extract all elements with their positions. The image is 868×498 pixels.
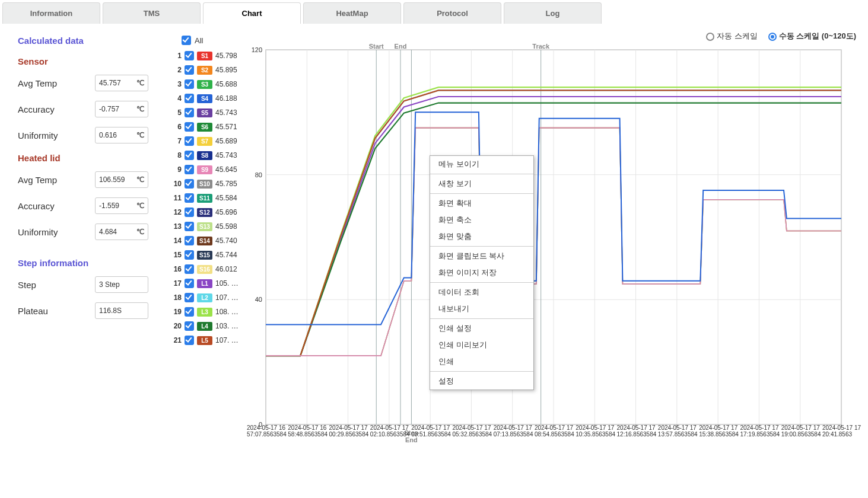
- x-tick-label: 2024-05-17 16 57:07.8563584: [247, 424, 287, 438]
- legend-item-s6[interactable]: 6S645.571: [172, 122, 243, 132]
- legend-all-label: All: [195, 36, 203, 45]
- legend-checkbox-s6[interactable]: [185, 122, 194, 132]
- legend-checkbox-s16[interactable]: [185, 264, 194, 274]
- legend-item-s16[interactable]: 16S1646.012: [172, 264, 243, 274]
- legend-checkbox-l1[interactable]: [185, 279, 194, 288]
- svg-text:Start: Start: [369, 44, 384, 50]
- context-menu-item[interactable]: 인쇄 미리보기: [430, 337, 533, 353]
- context-menu-item[interactable]: 설정: [430, 373, 533, 390]
- x-tick-label: 2024-05-17 16 58:48.8563584: [288, 424, 328, 438]
- chart-plot[interactable]: 04080120HoldStartHoldEndStepEndTrack 202…: [249, 44, 842, 459]
- lid-accuracy-field[interactable]: -1.559℃: [95, 197, 148, 214]
- x-tick-label: 2024-05-17 17 07:13.8563584: [494, 424, 533, 438]
- legend-checkbox-l5[interactable]: [185, 336, 194, 345]
- legend-item-s11[interactable]: 11S1145.584: [172, 193, 243, 203]
- legend-item-l3[interactable]: 19L3108. …: [172, 307, 243, 317]
- sensor-uniformity-field[interactable]: 0.616℃: [95, 127, 148, 143]
- legend-item-s14[interactable]: 14S1445.740: [172, 236, 243, 245]
- plateau-field[interactable]: 116.8S: [95, 302, 148, 319]
- lid-accuracy-label: Accuracy: [18, 201, 95, 211]
- legend-item-s8[interactable]: 8S845.743: [172, 151, 243, 160]
- calculated-data-heading: Calculated data: [18, 36, 166, 46]
- context-menu-item[interactable]: 인쇄 설정: [430, 320, 533, 337]
- svg-text:80: 80: [255, 171, 262, 178]
- context-menu-item[interactable]: 새창 보기: [430, 175, 533, 192]
- step-label: Step: [18, 280, 95, 290]
- legend-checkbox-s9[interactable]: [185, 165, 194, 174]
- legend-item-s15[interactable]: 15S1545.744: [172, 250, 243, 260]
- heated-lid-heading: Heated lid: [18, 153, 166, 163]
- context-menu-item[interactable]: 화면 확대: [430, 195, 533, 212]
- plateau-label: Plateau: [18, 306, 95, 316]
- legend-checkbox-s10[interactable]: [185, 179, 194, 189]
- x-tick-label: 2024-05-17 17 19:00.8563584: [781, 424, 821, 438]
- legend-item-s3[interactable]: 3S345.688: [172, 79, 243, 89]
- legend-all-checkbox[interactable]: [182, 36, 191, 45]
- x-tick-label: 2024-05-17 17 12:16.8563584: [617, 424, 657, 438]
- legend-item-s5[interactable]: 5S545.743: [172, 108, 243, 117]
- tab-chart[interactable]: Chart: [203, 2, 301, 24]
- sensor-avg-temp-label: Avg Temp: [18, 78, 95, 88]
- legend-item-s1[interactable]: 1S145.798: [172, 51, 243, 60]
- x-tick-label: 2024-05-17 17 13:57.8563584: [658, 424, 698, 438]
- x-tick-label: 2024-05-17 17 15:38.8563584: [699, 424, 739, 438]
- legend-checkbox-s3[interactable]: [185, 79, 194, 89]
- scale-auto-radio[interactable]: 자동 스케일: [706, 31, 758, 42]
- tab-heatmap[interactable]: HeatMap: [303, 2, 401, 24]
- context-menu-item[interactable]: 내보내기: [430, 301, 533, 317]
- lid-uniformity-label: Uniformity: [18, 227, 95, 237]
- step-field[interactable]: 3 Step: [95, 276, 148, 293]
- sensor-avg-temp-field[interactable]: 45.757℃: [95, 75, 148, 91]
- legend-checkbox-s11[interactable]: [185, 193, 194, 203]
- lid-avg-temp-label: Avg Temp: [18, 175, 95, 185]
- legend-checkbox-s2[interactable]: [185, 65, 194, 75]
- svg-text:40: 40: [255, 296, 262, 303]
- context-menu-item[interactable]: 인쇄: [430, 353, 533, 370]
- legend-item-s7[interactable]: 7S745.689: [172, 136, 243, 146]
- x-tick-label: 2024-05-17 17 20:41.8563: [822, 424, 861, 438]
- context-menu-item[interactable]: 화면 클립보드 복사: [430, 248, 533, 264]
- legend-checkbox-l4[interactable]: [185, 321, 194, 331]
- legend-item-s9[interactable]: 9S945.645: [172, 165, 243, 174]
- tab-log[interactable]: Log: [504, 2, 602, 24]
- x-tick-label: 2024-05-17 17 08:54.8563584: [535, 424, 574, 438]
- x-tick-label: 2024-05-17 17 05:32.8563584: [452, 424, 492, 438]
- context-menu: 메뉴 보이기새창 보기화면 확대화면 축소화면 맞춤화면 클립보드 복사화면 이…: [430, 155, 534, 390]
- context-menu-item[interactable]: 화면 축소: [430, 212, 533, 228]
- legend-checkbox-s4[interactable]: [185, 94, 194, 103]
- context-menu-item[interactable]: 데이터 조회: [430, 284, 533, 301]
- legend-item-l4[interactable]: 20L4103. …: [172, 321, 243, 331]
- x-tick-label: 2024-05-17 17 10:35.8563584: [576, 424, 615, 438]
- legend-item-s2[interactable]: 2S245.895: [172, 65, 243, 75]
- sensor-accuracy-field[interactable]: -0.757℃: [95, 101, 148, 117]
- scale-manual-radio[interactable]: 수동 스케일 (0~120도): [768, 31, 856, 42]
- legend-checkbox-s14[interactable]: [185, 236, 194, 245]
- lid-uniformity-field[interactable]: 4.684℃: [95, 224, 148, 240]
- legend-checkbox-s7[interactable]: [185, 136, 194, 146]
- legend-item-l5[interactable]: 21L5107. …: [172, 336, 243, 345]
- legend-item-s13[interactable]: 13S1345.598: [172, 222, 243, 231]
- context-menu-item[interactable]: 화면 맞춤: [430, 228, 533, 245]
- tab-protocol[interactable]: Protocol: [403, 2, 501, 24]
- legend-item-l2[interactable]: 18L2107. …: [172, 293, 243, 302]
- x-tick-label: 2024-05-17 17 03:51.8563584: [411, 424, 451, 438]
- legend-item-l1[interactable]: 17L1105. …: [172, 279, 243, 288]
- legend-checkbox-s13[interactable]: [185, 222, 194, 231]
- legend-item-s10[interactable]: 10S1045.785: [172, 179, 243, 189]
- legend-checkbox-s12[interactable]: [185, 208, 194, 217]
- legend-checkbox-l2[interactable]: [185, 293, 194, 302]
- legend-item-s12[interactable]: 12S1245.696: [172, 208, 243, 217]
- svg-text:End: End: [395, 44, 407, 50]
- lid-avg-temp-field[interactable]: 106.559℃: [95, 171, 148, 188]
- legend-checkbox-l3[interactable]: [185, 307, 194, 317]
- tab-information[interactable]: Information: [2, 2, 100, 24]
- legend-checkbox-s1[interactable]: [185, 51, 194, 60]
- legend-item-s4[interactable]: 4S446.188: [172, 94, 243, 103]
- legend-checkbox-s5[interactable]: [185, 108, 194, 117]
- tab-tms[interactable]: TMS: [103, 2, 201, 24]
- svg-text:Track: Track: [532, 44, 550, 50]
- context-menu-item[interactable]: 화면 이미지 저장: [430, 264, 533, 281]
- legend-checkbox-s8[interactable]: [185, 151, 194, 160]
- legend-checkbox-s15[interactable]: [185, 250, 194, 260]
- context-menu-item[interactable]: 메뉴 보이기: [430, 156, 533, 173]
